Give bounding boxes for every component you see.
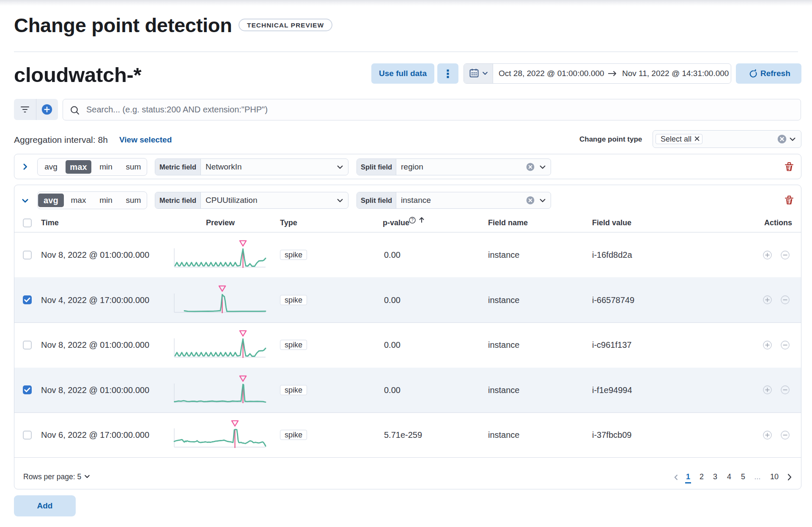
svg-text:?: ?	[411, 217, 414, 222]
